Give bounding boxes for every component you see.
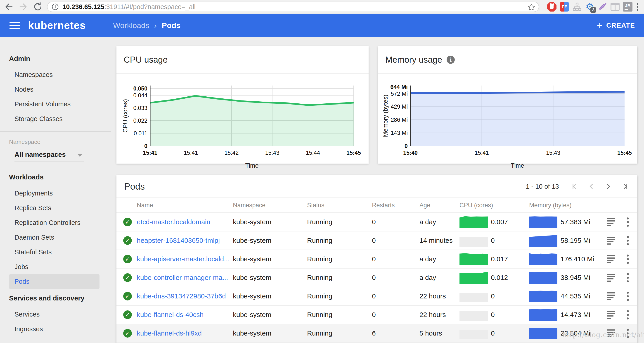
forward-icon[interactable] xyxy=(18,2,28,12)
row-menu-icon[interactable] xyxy=(627,236,629,245)
status-ok-icon: ✓ xyxy=(123,329,132,337)
sidebar-item-jobs[interactable]: Jobs xyxy=(0,259,111,274)
row-menu-icon[interactable] xyxy=(627,310,629,319)
table-row: ✓etcd-master.localdomainkube-systemRunni… xyxy=(116,213,637,231)
logs-icon[interactable] xyxy=(607,218,615,226)
pod-status: Running xyxy=(307,329,372,337)
logs-icon[interactable] xyxy=(607,274,615,282)
pod-namespace: kube-system xyxy=(233,274,307,281)
sidebar-item-storage-classes[interactable]: Storage Classes xyxy=(0,112,111,126)
pod-cpu-value: 0 xyxy=(491,329,495,337)
pod-status: Running xyxy=(307,311,372,318)
pod-name-link[interactable]: kube-dns-3913472980-37b6d xyxy=(137,292,233,300)
y-tick: 0.050 xyxy=(118,86,148,91)
logs-icon[interactable] xyxy=(607,311,615,319)
prev-page-icon[interactable] xyxy=(587,182,596,191)
namespace-select-value: All namespaces xyxy=(14,151,84,158)
pod-cpu-value: 0 xyxy=(491,311,495,318)
pod-status: Running xyxy=(307,274,372,281)
back-icon[interactable] xyxy=(4,2,14,12)
plus-icon: + xyxy=(597,20,602,30)
x-tick: 15:40 xyxy=(394,150,426,156)
sidebar-item-replica-sets[interactable]: Replica Sets xyxy=(0,201,111,215)
row-menu-icon[interactable] xyxy=(627,254,629,264)
app-header: kubernetes Workloads › Pods + CREATE xyxy=(0,14,644,37)
pod-memory-value: 176.410 Mi xyxy=(560,255,596,263)
sparkline xyxy=(529,271,558,284)
logs-icon[interactable] xyxy=(607,237,615,245)
sidebar-item-persistent-volumes[interactable]: Persistent Volumes xyxy=(0,97,111,112)
sidebar-item-replication-controllers[interactable]: Replication Controllers xyxy=(0,215,111,230)
table-row: ✓kube-flannel-ds-40cshkube-systemRunning… xyxy=(116,306,637,324)
sidebar-item-services[interactable]: Services xyxy=(0,307,111,322)
pod-namespace: kube-system xyxy=(233,292,307,300)
reload-icon[interactable] xyxy=(32,2,43,12)
browser-menu-icon[interactable] xyxy=(637,3,638,11)
cpu-usage-chart: 00.0110.0220.0330.0440.05015:4115:4115:4… xyxy=(116,74,368,163)
pod-name-link[interactable]: kube-apiserver-master.locald... xyxy=(137,255,233,263)
sidebar-item-stateful-sets[interactable]: Stateful Sets xyxy=(0,245,111,259)
breadcrumb-workloads[interactable]: Workloads xyxy=(113,21,149,30)
memory-usage-title: Memory usage xyxy=(385,55,442,65)
pagination: 1 - 10 of 13 xyxy=(526,182,630,191)
pod-name-link[interactable]: kube-flannel-ds-40csh xyxy=(137,311,233,318)
sidebar-item-pods[interactable]: Pods xyxy=(9,274,100,289)
pod-memory-value: 44.535 Mi xyxy=(560,292,596,300)
bookmark-star-icon[interactable] xyxy=(527,3,536,12)
row-menu-icon[interactable] xyxy=(627,273,629,282)
sidebar-item-ingresses[interactable]: Ingresses xyxy=(0,322,111,336)
first-page-icon[interactable] xyxy=(570,182,579,191)
pod-name-link[interactable]: kube-flannel-ds-hl9xd xyxy=(137,329,233,337)
sparkline xyxy=(460,290,488,302)
jetbrains-toolbox-icon[interactable]: JB xyxy=(623,2,633,12)
pod-age: a day xyxy=(420,274,460,281)
pod-restarts: 0 xyxy=(372,237,420,244)
sidebar-item-deployments[interactable]: Deployments xyxy=(0,186,111,201)
namespace-select[interactable]: All namespaces xyxy=(14,151,84,162)
sparkline xyxy=(460,216,488,228)
table-row: ✓kube-controller-manager-ma...kube-syste… xyxy=(116,268,637,287)
sidebar: AdminNamespacesNodesPersistent VolumesSt… xyxy=(0,37,111,343)
pod-memory-value: 58.195 Mi xyxy=(560,236,596,245)
pod-name-link[interactable]: etcd-master.localdomain xyxy=(137,218,233,226)
hamburger-menu-icon[interactable] xyxy=(10,20,20,31)
col-name: Name xyxy=(137,202,233,209)
pod-name-link[interactable]: kube-controller-manager-ma... xyxy=(137,274,233,281)
dropdown-arrow-icon xyxy=(77,154,82,157)
status-ok-icon: ✓ xyxy=(123,273,132,282)
logs-icon[interactable] xyxy=(607,292,615,300)
gear-extension-icon[interactable]: ⚙3 xyxy=(585,2,595,12)
pod-cpu-value: 0.017 xyxy=(491,255,508,263)
logs-icon[interactable] xyxy=(607,255,615,263)
adblock-icon[interactable] xyxy=(547,2,557,12)
breadcrumb: Workloads › Pods xyxy=(113,21,180,30)
layout-extension-icon[interactable] xyxy=(610,2,620,12)
sidebar-item-nodes[interactable]: Nodes xyxy=(0,82,111,97)
fe-extension-icon[interactable]: FE xyxy=(560,2,570,12)
address-bar[interactable]: 10.236.65.125:31911/#!/pod?namespace=_al… xyxy=(47,2,539,12)
sidebar-section-admin: Admin xyxy=(0,49,111,67)
feather-extension-icon[interactable] xyxy=(598,2,607,12)
cpu-usage-card: CPU usage 00.0110.0220.0330.0440.05015:4… xyxy=(116,46,368,164)
pod-memory-value: 14.473 Mi xyxy=(560,311,596,319)
pod-cpu-value: 0.007 xyxy=(491,218,508,226)
status-ok-icon: ✓ xyxy=(123,218,132,226)
pod-name-link[interactable]: heapster-1681403650-tmlpj xyxy=(137,237,233,244)
next-page-icon[interactable] xyxy=(604,182,613,191)
page-info-icon[interactable] xyxy=(52,3,59,11)
sidebar-item-daemon-sets[interactable]: Daemon Sets xyxy=(0,230,111,245)
sparkline xyxy=(460,253,488,265)
sitemap-icon[interactable] xyxy=(572,2,582,12)
sparkline xyxy=(460,309,488,321)
pod-restarts: 0 xyxy=(372,311,420,318)
pod-cpu-value: 0 xyxy=(491,237,495,244)
info-icon[interactable]: i xyxy=(446,56,455,64)
create-button[interactable]: + CREATE xyxy=(597,20,635,30)
last-page-icon[interactable] xyxy=(620,182,630,191)
sidebar-item-namespaces[interactable]: Namespaces xyxy=(0,67,111,82)
pods-panel-title: Pods xyxy=(124,181,145,192)
row-menu-icon[interactable] xyxy=(627,292,629,301)
pod-namespace: kube-system xyxy=(233,237,307,244)
row-menu-icon[interactable] xyxy=(627,217,629,227)
x-tick: 15:41 xyxy=(466,150,498,156)
